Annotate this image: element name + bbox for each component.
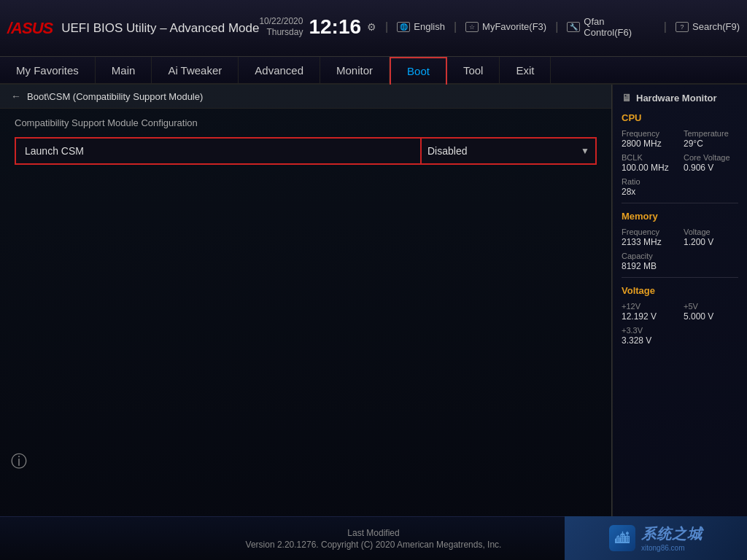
launch-csm-row: Launch CSM Disabled ▼	[15, 137, 597, 165]
hw-memory-section-title: Memory	[622, 211, 738, 222]
launch-csm-dropdown[interactable]: Disabled ▼	[422, 137, 597, 165]
separator2: |	[454, 20, 457, 34]
qfan-button[interactable]: 🔧 Qfan Control(F6)	[567, 16, 655, 38]
hw-bclk-label: BCLK	[622, 153, 676, 162]
language-icon: 🌐	[397, 22, 410, 32]
hw-cpu-freq-label: Frequency	[622, 129, 676, 138]
fan-icon: 🔧	[567, 22, 580, 32]
app-title: UEFI BIOS Utility – Advanced Mode	[61, 21, 259, 36]
hw-cpu-freq-value: 2800 MHz	[622, 139, 676, 149]
hw-capacity-value: 8192 MB	[622, 261, 676, 271]
hw-5v-value: 5.000 V	[684, 311, 738, 322]
last-modified-label: Last Modified	[347, 528, 399, 538]
content-area: ← Boot\CSM (Compatibility Support Module…	[0, 85, 612, 560]
launch-csm-value: Disabled	[427, 145, 581, 157]
hw-voltage-section-title: Voltage	[622, 285, 738, 296]
hw-3v3-value: 3.328 V	[622, 335, 676, 346]
hw-cpu-freq-col: Frequency 2800 MHz	[622, 129, 676, 149]
hw-mem-voltage-label: Voltage	[684, 228, 738, 236]
hw-mem-voltage-col: Voltage 1.200 V	[684, 228, 738, 247]
hw-cpu-temp-value: 29°C	[684, 139, 738, 149]
nav-tool[interactable]: Tool	[447, 57, 500, 83]
hw-ratio-col: Ratio 28x	[622, 177, 676, 197]
info-button[interactable]: ⓘ	[11, 451, 27, 472]
hw-ratio-value: 28x	[622, 187, 676, 197]
hw-capacity-label: Capacity	[622, 252, 676, 260]
hw-5v-label: +5V	[684, 302, 738, 311]
language-selector[interactable]: 🌐 English	[397, 21, 445, 32]
hw-cpu-section-title: CPU	[622, 112, 738, 123]
hw-cpu-temp-label: Temperature	[684, 129, 738, 138]
datetime-row: 10/22/2020 Thursday 12:16 ⚙ | 🌐 English …	[259, 15, 740, 39]
hw-cpu-bclk-voltage-row: BCLK 100.00 MHz Core Voltage 0.906 V	[622, 153, 738, 173]
hw-3v3-col: +3.3V 3.328 V	[622, 326, 676, 346]
launch-csm-label: Launch CSM	[15, 137, 422, 165]
hw-cpu-ratio-row: Ratio 28x	[622, 177, 738, 197]
watermark-logo-icon: 🏙	[615, 530, 630, 547]
version-text: Version 2.20.1276. Copyright (C) 2020 Am…	[246, 540, 502, 550]
hw-bclk-col: BCLK 100.00 MHz	[622, 153, 676, 173]
hw-monitor-panel: 🖥 Hardware Monitor CPU Frequency 2800 MH…	[612, 85, 747, 560]
hw-capacity-col: Capacity 8192 MB	[622, 252, 676, 271]
separator4: |	[664, 20, 667, 34]
hw-12v-col: +12V 12.192 V	[622, 302, 676, 322]
nav-boot[interactable]: Boot	[390, 57, 447, 85]
main-layout: ← Boot\CSM (Compatibility Support Module…	[0, 85, 747, 560]
hw-mem-freq-col: Frequency 2133 MHz	[622, 228, 676, 247]
date-display: 10/22/2020 Thursday	[259, 16, 303, 37]
header-right: 10/22/2020 Thursday 12:16 ⚙ | 🌐 English …	[259, 15, 740, 42]
breadcrumb: ← Boot\CSM (Compatibility Support Module…	[0, 85, 611, 109]
dropdown-arrow-icon: ▼	[581, 146, 589, 156]
hw-12v-value: 12.192 V	[622, 311, 676, 322]
separator: |	[385, 20, 388, 34]
back-arrow-icon[interactable]: ←	[11, 90, 21, 102]
hw-12v-label: +12V	[622, 302, 676, 311]
hw-mem-freq-label: Frequency	[622, 228, 676, 236]
hw-mem-voltage-value: 1.200 V	[684, 237, 738, 247]
watermark: 🏙 系统之城 xitong86.com	[565, 516, 747, 560]
my-favorite-button[interactable]: ☆ MyFavorite(F3)	[465, 21, 546, 32]
nav-bar: My Favorites Main Ai Tweaker Advanced Mo…	[0, 57, 747, 85]
hw-core-voltage-col: Core Voltage 0.906 V	[684, 153, 738, 173]
watermark-text-block: 系统之城 xitong86.com	[641, 524, 703, 552]
hw-12v-5v-row: +12V 12.192 V +5V 5.000 V	[622, 302, 738, 322]
settings-icon[interactable]: ⚙	[367, 21, 376, 33]
hw-3v3-row: +3.3V 3.328 V	[622, 326, 738, 346]
hw-cpu-temp-col: Temperature 29°C	[684, 129, 738, 149]
hw-3v3-label: +3.3V	[622, 326, 676, 335]
hw-divider-1	[622, 203, 738, 203]
footer: Last Modified Version 2.20.1276. Copyrig…	[0, 516, 747, 560]
hw-divider-2	[622, 277, 738, 278]
watermark-inner: 🏙 系统之城 xitong86.com	[609, 524, 703, 552]
nav-my-favorites[interactable]: My Favorites	[0, 57, 96, 83]
hw-5v-col: +5V 5.000 V	[684, 302, 738, 322]
monitor-icon: 🖥	[622, 92, 632, 104]
asus-logo: /ASUS	[7, 19, 53, 38]
hw-mem-freq-voltage-row: Frequency 2133 MHz Voltage 1.200 V	[622, 228, 738, 247]
hw-mem-freq-value: 2133 MHz	[622, 237, 676, 247]
nav-exit[interactable]: Exit	[500, 57, 551, 83]
time-display: 12:16	[309, 15, 361, 39]
nav-advanced[interactable]: Advanced	[239, 57, 320, 83]
hw-monitor-title: 🖥 Hardware Monitor	[622, 92, 738, 104]
nav-ai-tweaker[interactable]: Ai Tweaker	[152, 57, 239, 83]
search-icon: ?	[676, 22, 689, 32]
hw-bclk-value: 100.00 MHz	[622, 163, 676, 173]
search-button[interactable]: ? Search(F9)	[676, 21, 740, 32]
favorite-icon: ☆	[465, 22, 479, 32]
watermark-main-text: 系统之城	[641, 524, 703, 544]
breadcrumb-path: Boot\CSM (Compatibility Support Module)	[27, 91, 203, 102]
watermark-logo: 🏙	[609, 525, 635, 551]
nav-main[interactable]: Main	[96, 57, 152, 83]
hw-ratio-label: Ratio	[622, 177, 676, 186]
separator3: |	[555, 20, 558, 34]
header-bar: /ASUS UEFI BIOS Utility – Advanced Mode …	[0, 0, 747, 57]
hw-cpu-freq-temp-row: Frequency 2800 MHz Temperature 29°C	[622, 129, 738, 149]
hw-mem-capacity-row: Capacity 8192 MB	[622, 252, 738, 271]
hw-core-voltage-label: Core Voltage	[684, 153, 738, 162]
watermark-sub-text: xitong86.com	[641, 544, 703, 552]
section-label: Compatibility Support Module Configurati…	[0, 109, 611, 134]
nav-monitor[interactable]: Monitor	[320, 57, 390, 83]
hw-core-voltage-value: 0.906 V	[684, 163, 738, 173]
